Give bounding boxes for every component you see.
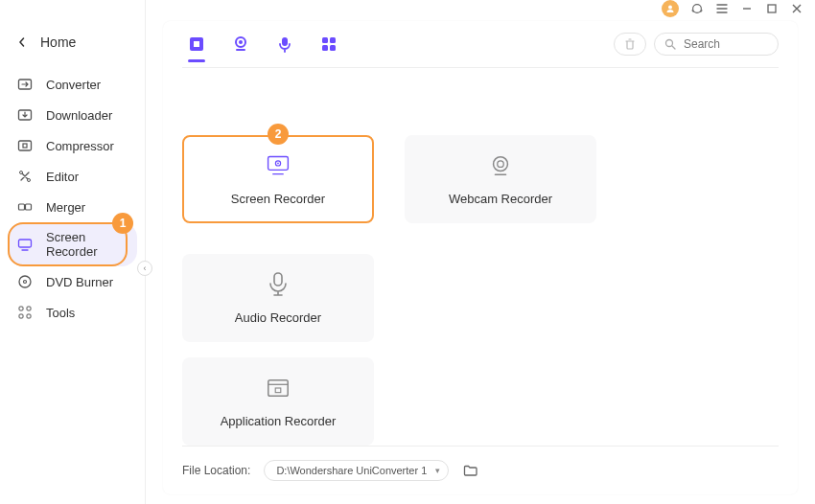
sidebar-item-tools[interactable]: Tools <box>0 297 145 328</box>
editor-icon <box>17 169 33 184</box>
svg-point-31 <box>494 156 508 171</box>
back-icon <box>17 37 27 47</box>
sidebar-item-label: Compressor <box>46 139 114 153</box>
card-audio-recorder[interactable]: Audio Recorder <box>182 254 374 342</box>
card-webcam-recorder[interactable]: Webcam Recorder <box>405 135 596 223</box>
screen-recorder-icon <box>17 237 33 252</box>
sidebar-item-label: DVD Burner <box>46 275 113 289</box>
home-button[interactable]: Home <box>0 27 145 57</box>
converter-icon <box>17 77 33 92</box>
sidebar-item-label: Downloader <box>46 108 112 123</box>
file-location-value: D:\Wondershare UniConverter 1 <box>276 465 427 476</box>
audio-card-icon <box>266 272 291 297</box>
svg-rect-19 <box>194 41 199 47</box>
annotation-badge-2: 2 <box>268 124 289 145</box>
svg-rect-12 <box>27 307 31 310</box>
cards-row-2: Application Recorder <box>182 357 779 446</box>
svg-rect-8 <box>19 240 32 247</box>
downloader-icon <box>17 107 33 123</box>
sidebar-item-label: Editor <box>46 170 79 184</box>
card-label: Audio Recorder <box>235 310 321 325</box>
tab-apps[interactable] <box>318 34 339 55</box>
svg-rect-33 <box>274 273 282 286</box>
svg-rect-11 <box>19 307 23 310</box>
svg-point-10 <box>24 281 27 284</box>
svg-rect-14 <box>27 314 31 318</box>
sidebar-item-converter[interactable]: Converter <box>0 69 145 100</box>
content-card: 2 Screen Recorder Webcam Recorder Audio … <box>163 21 798 494</box>
search-box[interactable] <box>654 33 779 56</box>
support-icon[interactable] <box>690 2 704 15</box>
compressor-icon <box>17 138 33 153</box>
search-input[interactable] <box>684 37 768 51</box>
svg-rect-22 <box>282 37 288 46</box>
close-icon[interactable] <box>790 2 803 15</box>
svg-point-5 <box>28 179 31 182</box>
menu-icon[interactable] <box>715 2 729 15</box>
svg-rect-26 <box>330 45 336 51</box>
svg-rect-25 <box>322 45 328 51</box>
svg-rect-35 <box>275 388 281 393</box>
home-label: Home <box>40 34 76 50</box>
merger-icon <box>17 199 33 215</box>
divider <box>182 67 779 68</box>
sidebar-collapse-handle[interactable]: ‹ <box>137 261 152 276</box>
sidebar-item-editor[interactable]: Editor <box>0 161 145 192</box>
mode-tabs <box>182 34 339 55</box>
footer: File Location: D:\Wondershare UniConvert… <box>182 446 779 481</box>
user-avatar[interactable] <box>662 0 679 17</box>
svg-rect-17 <box>768 5 776 12</box>
svg-point-9 <box>19 276 31 287</box>
card-screen-recorder[interactable]: 2 Screen Recorder <box>182 135 374 223</box>
tab-screen[interactable] <box>186 34 207 55</box>
delete-all-button[interactable] <box>614 33 646 56</box>
screen-recorder-card-icon <box>266 153 291 178</box>
toolbar <box>182 33 779 67</box>
open-folder-button[interactable] <box>462 462 479 479</box>
tab-audio[interactable] <box>274 34 295 55</box>
sidebar-item-label: Merger <box>46 200 85 215</box>
svg-point-27 <box>666 40 673 47</box>
tab-webcam[interactable] <box>230 34 251 55</box>
svg-point-4 <box>20 172 23 174</box>
sidebar-item-downloader[interactable]: Downloader <box>0 100 145 130</box>
titlebar <box>146 0 815 17</box>
webcam-card-icon <box>488 153 513 178</box>
sidebar-item-label: Tools <box>46 306 75 320</box>
file-location-select[interactable]: D:\Wondershare UniConverter 1 <box>264 460 449 481</box>
toolbar-right <box>614 33 779 56</box>
svg-point-30 <box>277 162 279 164</box>
main-area: 2 Screen Recorder Webcam Recorder Audio … <box>146 0 815 504</box>
sidebar-item-label: Converter <box>46 78 101 92</box>
sidebar: Home Converter Downloader Compressor Edi… <box>0 0 146 504</box>
svg-point-21 <box>239 40 243 44</box>
dvd-icon <box>17 274 33 289</box>
card-label: Screen Recorder <box>231 192 325 206</box>
svg-point-32 <box>498 160 504 167</box>
svg-rect-13 <box>19 314 23 318</box>
svg-rect-7 <box>26 204 32 210</box>
svg-rect-23 <box>322 37 328 43</box>
tools-icon <box>17 305 33 320</box>
card-label: Webcam Recorder <box>449 192 552 206</box>
search-icon <box>664 38 676 50</box>
file-location-label: File Location: <box>182 464 250 477</box>
card-label: Application Recorder <box>221 414 337 428</box>
svg-rect-3 <box>23 144 27 148</box>
sidebar-item-label: Screen Recorder <box>46 230 128 259</box>
svg-rect-24 <box>330 37 336 43</box>
sidebar-item-compressor[interactable]: Compressor <box>0 130 145 161</box>
application-card-icon <box>266 376 291 401</box>
sidebar-item-dvd-burner[interactable]: DVD Burner <box>0 266 145 297</box>
cards-row-1: 2 Screen Recorder Webcam Recorder Audio … <box>182 135 779 342</box>
svg-rect-2 <box>19 141 32 150</box>
svg-rect-6 <box>19 204 25 210</box>
annotation-badge-1: 1 <box>112 213 133 234</box>
maximize-icon[interactable] <box>765 2 779 15</box>
minimize-icon[interactable] <box>740 2 754 15</box>
card-application-recorder[interactable]: Application Recorder <box>182 357 374 446</box>
svg-point-15 <box>668 6 672 10</box>
